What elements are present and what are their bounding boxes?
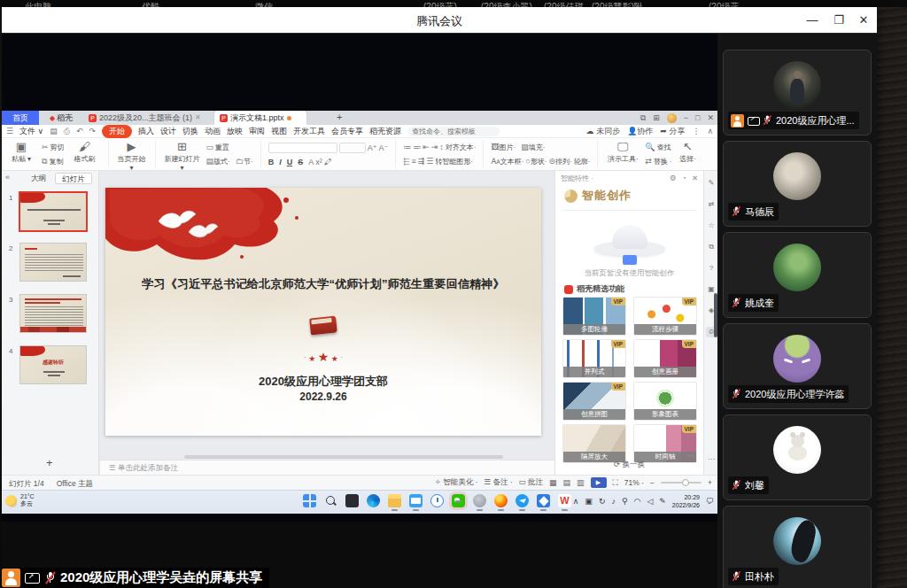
- tray-usb-icon[interactable]: ⚲: [622, 497, 628, 506]
- zoom-in-button[interactable]: +: [708, 478, 712, 487]
- slide-thumbnail-4[interactable]: 感谢聆听: [19, 345, 87, 384]
- undo-icon[interactable]: ↶: [76, 127, 83, 135]
- collaborate-button[interactable]: 👤协作: [627, 126, 653, 137]
- feature-card[interactable]: 隔屏放大: [562, 424, 626, 463]
- align-left-icon[interactable]: ⬱: [403, 157, 409, 166]
- new-slide-button[interactable]: ⊞新建幻灯片 ▾: [163, 140, 202, 168]
- tab-outline[interactable]: 大纲: [25, 173, 52, 184]
- effects-icon[interactable]: ☆: [706, 220, 717, 231]
- tray-expand-icon[interactable]: ∧: [573, 497, 579, 506]
- beautify-button[interactable]: ✧ 智能美化 ·: [435, 477, 478, 488]
- justify-icon[interactable]: ☰: [426, 157, 433, 166]
- menu-transition[interactable]: 切换: [182, 126, 198, 137]
- sorter-view-icon[interactable]: ▤: [563, 478, 571, 487]
- zoom-out-button[interactable]: −: [650, 478, 655, 487]
- numbering-icon[interactable]: ≕: [413, 143, 421, 151]
- reset-button[interactable]: ▭重置: [206, 143, 253, 152]
- wps-document-tab[interactable]: P 2022级及20...主题班会 (1) ✕: [83, 111, 213, 125]
- wps-home-tab[interactable]: 首页: [2, 111, 39, 125]
- layout-button[interactable]: ▤版式·: [206, 157, 230, 166]
- horizontal-scrollbar[interactable]: [184, 455, 503, 459]
- gear-icon[interactable]: ⚙: [670, 174, 677, 182]
- play-from-page-button[interactable]: ▶当页开始 ▾: [116, 140, 148, 168]
- refresh-button[interactable]: ⟳ 换一换: [555, 460, 703, 470]
- paste-button[interactable]: ▣粘贴 ▾: [5, 140, 37, 168]
- fill-button[interactable]: ▨填充·: [521, 143, 545, 152]
- file-explorer-icon[interactable]: [388, 494, 401, 507]
- volume-icon[interactable]: ◁: [647, 497, 653, 506]
- notes-bar[interactable]: ☰ 单击此处添加备注: [100, 460, 554, 475]
- file-menu[interactable]: 文件 ∨: [19, 126, 43, 137]
- wifi-icon[interactable]: ◠: [634, 497, 641, 506]
- tab-close-icon[interactable]: ✕: [195, 111, 201, 125]
- menu-devtools[interactable]: 开发工具: [293, 126, 325, 137]
- taskbar-clock[interactable]: 20:292022/9/26: [672, 493, 700, 509]
- feature-card[interactable]: VIP 创意拼图: [562, 382, 626, 421]
- share-button[interactable]: ➦ 分享: [660, 126, 685, 137]
- notification-icon[interactable]: 🗩: [706, 497, 714, 506]
- wechat-icon[interactable]: [452, 494, 465, 507]
- pen-tray-icon[interactable]: ✎: [659, 497, 666, 506]
- layers-icon[interactable]: ⧉: [706, 242, 717, 252]
- outline-button[interactable]: 轮廓·: [574, 157, 591, 166]
- bell-icon[interactable]: ◔: [682, 174, 686, 182]
- font-select[interactable]: [268, 143, 337, 153]
- close-button[interactable]: ✕: [856, 12, 872, 28]
- presentation-tools-button[interactable]: 🖵演示工具·: [605, 140, 640, 168]
- slideshow-play-button[interactable]: ▶: [591, 477, 607, 488]
- photos-icon[interactable]: [537, 494, 550, 507]
- participant-tile[interactable]: 马德辰: [723, 141, 872, 227]
- align-right-icon[interactable]: ⇶: [418, 157, 425, 166]
- reading-view-icon[interactable]: ▥: [577, 478, 585, 487]
- notes-button[interactable]: ☰ 备注 ·: [484, 477, 512, 488]
- font-size-select[interactable]: [339, 143, 366, 153]
- shape-button[interactable]: ○形状·: [525, 157, 547, 166]
- more-icon[interactable]: ⋮: [692, 127, 700, 135]
- messenger-icon[interactable]: [516, 494, 529, 507]
- tray-shield-icon[interactable]: ▣: [585, 497, 593, 506]
- split-view-icon[interactable]: ⧉: [640, 113, 646, 123]
- align-text-button[interactable]: 对齐文本·: [446, 143, 477, 152]
- wps-minimize-icon[interactable]: −: [684, 113, 688, 122]
- feature-card[interactable]: VIP 流程步骤: [633, 297, 697, 336]
- participant-tile[interactable]: 2020级应用心理学许蕊: [723, 323, 872, 409]
- feature-card[interactable]: VIP 并列式: [562, 339, 626, 378]
- print-icon[interactable]: ⎙: [64, 127, 70, 136]
- menu-view[interactable]: 视图: [271, 126, 287, 137]
- animation-icon[interactable]: ⇄: [706, 199, 717, 210]
- fit-window-icon[interactable]: ⛶: [613, 478, 618, 488]
- find-button[interactable]: 🔍查找: [645, 143, 671, 152]
- font-decrease-icon[interactable]: A⁻: [378, 143, 388, 152]
- wps-close-icon[interactable]: ✕: [707, 113, 714, 122]
- mail-icon[interactable]: [409, 494, 422, 507]
- redo-icon[interactable]: ↷: [89, 127, 96, 135]
- menu-animation[interactable]: 动画: [205, 126, 221, 137]
- superscript-icon[interactable]: x²: [315, 158, 322, 166]
- start-button[interactable]: [303, 494, 316, 507]
- wps-restore-icon[interactable]: □: [695, 113, 700, 122]
- bold-button[interactable]: B: [268, 158, 275, 166]
- participant-tile[interactable]: 刘馨: [723, 414, 872, 500]
- align-center-icon[interactable]: ≡: [411, 157, 415, 166]
- textbox-button[interactable]: 🗛文本框·: [491, 157, 523, 166]
- italic-button[interactable]: I: [279, 158, 282, 166]
- help-icon[interactable]: ?: [706, 263, 717, 274]
- tray-mic-icon[interactable]: ♪: [611, 497, 616, 506]
- participant-tile[interactable]: 田朴朴: [723, 506, 872, 588]
- arrange-button[interactable]: ⊜排列·: [548, 157, 571, 166]
- menu-slideshow[interactable]: 放映: [227, 126, 243, 137]
- font-color-icon[interactable]: A: [308, 158, 314, 166]
- zoom-knob[interactable]: [682, 479, 689, 486]
- highlight-icon[interactable]: 🖍: [324, 158, 332, 166]
- add-slide-button[interactable]: +: [46, 456, 53, 469]
- font-increase-icon[interactable]: A⁺: [368, 143, 377, 152]
- edge-icon[interactable]: [367, 494, 380, 507]
- hamburger-icon[interactable]: ☰: [6, 127, 13, 135]
- tab-slides[interactable]: 幻灯片: [55, 173, 92, 184]
- maximize-button[interactable]: ❐: [831, 12, 847, 28]
- slide-thumbnail-3[interactable]: [19, 294, 87, 333]
- new-tab-button[interactable]: +: [337, 112, 342, 122]
- weather-widget[interactable]: 21°C多云: [5, 493, 35, 507]
- feature-card[interactable]: 形象图表: [633, 382, 697, 421]
- firefox-icon[interactable]: [494, 494, 508, 507]
